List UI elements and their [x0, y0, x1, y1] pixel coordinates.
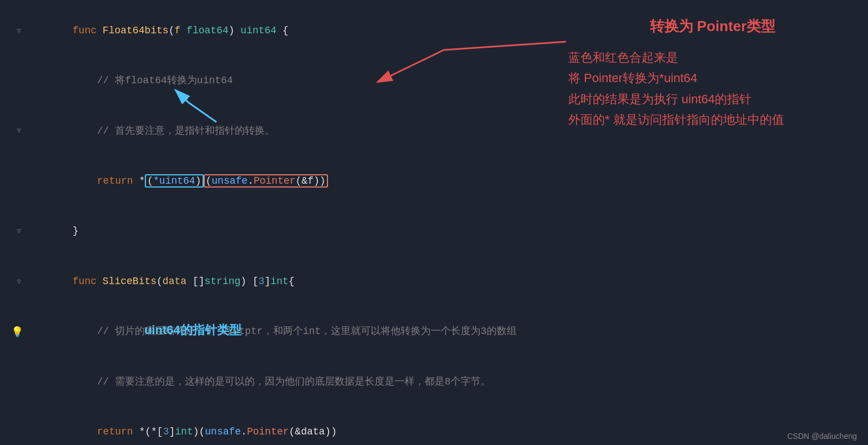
func-name-float64bits: Float64bits: [103, 25, 169, 36]
gutter-3: ▽: [0, 127, 28, 135]
box-unsafe-pointer: (unsafe.Pointer(&f)): [204, 174, 328, 188]
gutter-1: ▽: [0, 26, 28, 35]
uint64-pointer-label: uint64的指针类型: [144, 322, 241, 338]
box-uint64-type: (*uint64): [145, 174, 203, 188]
code-line-5: ▽ }: [0, 206, 868, 256]
paren-close-2: ) [: [240, 276, 258, 287]
line-content-8: // 需要注意的是，这样的是可以的，因为他们的底层数据是长度是一样，都是8个字节…: [28, 358, 491, 406]
paren-star: (: [147, 175, 153, 186]
brace-open: {: [276, 25, 289, 36]
keyword-func: func: [73, 25, 103, 36]
paren-close-red: ): [320, 175, 326, 186]
type-int: int: [270, 276, 288, 287]
type-star-uint64: *uint64: [153, 175, 195, 186]
keyword-func-2: func: [73, 276, 103, 287]
paren-unsafe-2: )(: [193, 426, 205, 437]
paren-open: (: [169, 25, 175, 36]
comment-pointer-convert: // 首先要注意，是指针和指针的转换。: [97, 125, 275, 136]
line-content-7: // 切片的底层结构是一个 uintptr，和两个int，这里就可以将他转换为一…: [28, 307, 517, 355]
annotation-body: 蓝色和红色合起来是 将 Pointer转换为*uint64 此时的结果是为执行 …: [568, 47, 857, 130]
code-line-7: 💡 // 切片的底层结构是一个 uintptr，和两个int，这里就可以将他转换…: [0, 306, 868, 356]
annotation-title: 转换为 Pointer类型: [568, 17, 857, 36]
ann-line-2: 将 Pointer转换为*uint64: [568, 68, 857, 88]
watermark: CSDN @daliucheng: [788, 432, 857, 441]
line-content-9: return *(*[3]int)(unsafe.Pointer(&data)): [28, 408, 337, 445]
annotation-panel: 转换为 Pointer类型 蓝色和红色合起来是 将 Pointer转换为*uin…: [568, 17, 857, 130]
fn-pointer-2: Pointer: [247, 426, 289, 437]
param-data: data: [163, 276, 186, 287]
number-3: 3: [259, 276, 265, 287]
code-line-6: ▽ func SliceBits(data []string) [3]int{: [0, 256, 868, 306]
comment-float64-to-uint64: // 将float64转换为uint64: [97, 75, 233, 86]
dot-2: .: [241, 426, 247, 437]
bulb-icon: 💡: [11, 326, 23, 338]
code-line-9: return *(*[3]int)(unsafe.Pointer(&data)): [0, 407, 868, 445]
type-uint64-ret: uint64: [240, 25, 276, 36]
amp-data: (&data)): [289, 426, 337, 437]
gutter-6: ▽: [0, 277, 28, 286]
line-content-2: // 将float64转换为uint64: [28, 57, 233, 104]
space1: [180, 25, 186, 36]
keyword-return-2: return: [97, 426, 139, 437]
fold-icon-3[interactable]: ▽: [14, 127, 23, 135]
code-line-4: return *(*uint64)(unsafe.Pointer(&f)): [0, 156, 868, 206]
return2-body: *(*[: [139, 426, 163, 437]
ann-line-3: 此时的结果是为执行 uint64的指针: [568, 89, 857, 109]
line-content-1: func Float64bits(f float64) uint64 {: [28, 7, 289, 54]
ann-line-1: 蓝色和红色合起来是: [568, 47, 857, 68]
pkg-unsafe-2: unsafe: [205, 426, 241, 437]
fold-icon-6[interactable]: ▽: [14, 277, 23, 286]
closing-brace-1: }: [73, 225, 79, 236]
space-2: []: [186, 276, 204, 287]
gutter-7: 💡: [0, 326, 28, 338]
paren-close: ): [229, 25, 241, 36]
fold-icon-1[interactable]: ▽: [14, 26, 23, 35]
type-int-2: int: [175, 426, 193, 437]
dot: .: [248, 175, 254, 186]
bracket-int: ]: [265, 276, 271, 287]
fn-pointer: Pointer: [254, 175, 296, 186]
line-content-4: return *(*uint64)(unsafe.Pointer(&f)): [28, 157, 328, 205]
func-name-slicebits: SliceBits: [103, 276, 157, 287]
amp-f: (&f): [296, 175, 320, 186]
code-line-8: // 需要注意的是，这样的是可以的，因为他们的底层数据是长度是一样，都是8个字节…: [0, 357, 868, 407]
gutter-5: ▽: [0, 227, 28, 236]
type-float64: float64: [186, 25, 229, 36]
paren-open-2: (: [157, 276, 163, 287]
brace-open-2: {: [289, 276, 295, 287]
line-content-3: // 首先要注意，是指针和指针的转换。: [28, 107, 275, 155]
paren-open-red: (: [206, 175, 212, 186]
bracket-int-2: ]: [169, 426, 175, 437]
deref-star: *: [139, 175, 145, 186]
keyword-return: return: [97, 175, 139, 186]
pkg-unsafe: unsafe: [211, 175, 248, 186]
number-3-2: 3: [163, 426, 169, 437]
type-string: string: [204, 276, 240, 287]
ann-line-4: 外面的* 就是访问指针指向的地址中的值: [568, 109, 857, 130]
param-f: f: [174, 25, 180, 36]
line-content-6: func SliceBits(data []string) [3]int{: [28, 257, 295, 305]
comment-note: // 需要注意的是，这样的是可以的，因为他们的底层数据是长度是一样，都是8个字节…: [97, 376, 491, 387]
line-content-5: }: [28, 208, 79, 255]
fold-icon-5[interactable]: ▽: [14, 227, 23, 236]
paren-end-blue: ): [195, 175, 201, 186]
